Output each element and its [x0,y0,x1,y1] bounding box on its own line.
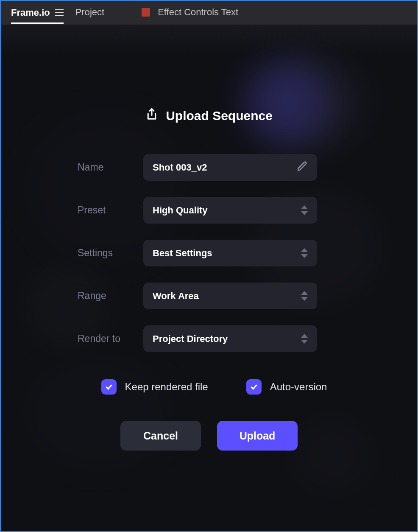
label-preset: Preset [78,204,143,216]
button-row: Cancel Upload [44,421,374,451]
upload-button[interactable]: Upload [217,421,298,451]
auto-version-checkbox[interactable]: Auto-version [246,379,327,395]
row-render-to: Render to Project Directory [44,325,374,352]
checkbox-row: Keep rendered file Auto-version [44,379,374,395]
range-select[interactable]: Work Area [143,283,317,309]
name-field[interactable]: Shot 003_v2 [143,154,317,181]
topbar: Frame.io Project Effect Controls Text [1,1,417,25]
checkbox-icon [246,379,262,395]
label-name: Name [78,162,143,173]
preset-select[interactable]: High Quality [143,197,317,224]
label-settings: Settings [78,247,143,259]
render-to-value: Project Directory [153,333,228,344]
tab-project[interactable]: Project [75,7,104,19]
label-render-to: Render to [78,333,143,344]
row-settings: Settings Best Settings [44,240,374,266]
tab-effect-controls[interactable]: Effect Controls Text [142,7,238,19]
cancel-button[interactable]: Cancel [120,421,201,451]
checkbox-icon [101,379,117,395]
upload-sequence-dialog: Upload Sequence Name Shot 003_v2 Preset … [44,107,374,451]
name-value: Shot 003_v2 [153,162,207,173]
row-preset: Preset High Quality [44,197,374,224]
stepper-icon [301,248,308,258]
tab-frameio[interactable]: Frame.io [11,7,64,24]
edit-icon[interactable] [297,161,308,174]
label-range: Range [78,290,143,302]
preset-value: High Quality [153,205,208,216]
row-range: Range Work Area [44,283,374,309]
tab-frameio-label: Frame.io [11,7,50,18]
stepper-icon [301,291,308,301]
dialog-title-text: Upload Sequence [166,109,273,123]
row-name: Name Shot 003_v2 [44,154,374,181]
keep-rendered-file-label: Keep rendered file [125,381,208,393]
tab-project-label: Project [75,7,104,18]
settings-select[interactable]: Best Settings [143,240,317,266]
settings-value: Best Settings [153,248,212,259]
auto-version-label: Auto-version [270,381,327,393]
render-to-select[interactable]: Project Directory [143,325,317,352]
range-value: Work Area [153,291,199,302]
upload-icon [145,107,158,124]
keep-rendered-file-checkbox[interactable]: Keep rendered file [101,379,208,395]
tab-effect-controls-label: Effect Controls Text [158,7,238,18]
stepper-icon [301,205,308,215]
dialog-title: Upload Sequence [145,107,273,124]
stepper-icon [301,334,308,344]
hamburger-icon[interactable] [55,9,64,16]
record-icon [142,8,150,17]
